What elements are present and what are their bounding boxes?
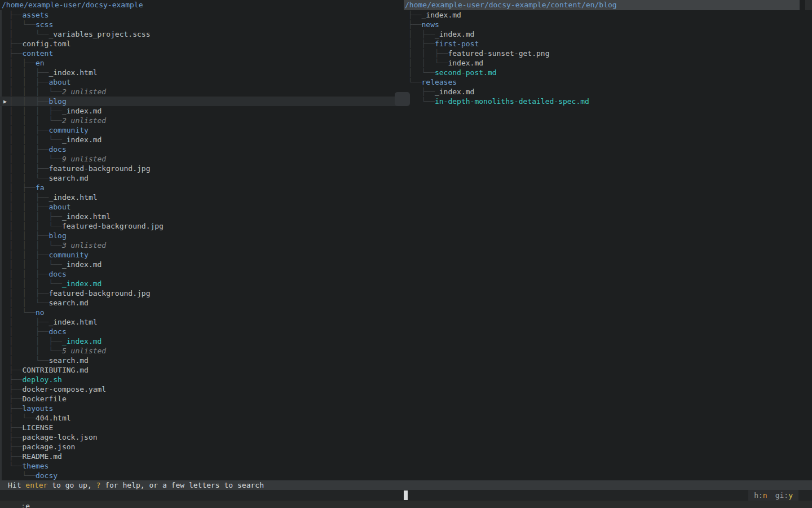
tree-row[interactable]: │ │ ├──_index.html — [0, 192, 404, 202]
tree-row[interactable]: ├──_index.md — [404, 10, 812, 20]
tree-row[interactable]: │ │ ├──featured-sunset-get.png — [404, 49, 812, 58]
entry-name: featured-background.jpg — [48, 164, 150, 173]
tree-row[interactable]: │ │ ├──blog — [0, 231, 404, 240]
tree-row[interactable]: │ ├──_index.html — [0, 317, 404, 327]
tree-row[interactable]: │ │ ├──about — [0, 202, 404, 212]
tree-row[interactable]: │ │ │ └──_index.md — [0, 279, 404, 288]
tree-row[interactable]: └──in-depth-monoliths-detailed-spec.md — [404, 97, 812, 106]
tree-row[interactable]: │ ├──_index.md — [404, 29, 812, 39]
entry-name: scss — [36, 20, 53, 29]
tree-branch-icon: ├── — [9, 11, 22, 19]
tree-row[interactable]: ├──README.md — [0, 452, 404, 461]
entry-name: LICENSE — [22, 423, 53, 432]
left-input[interactable]: :e — [17, 502, 30, 508]
entry-name: docs — [48, 327, 66, 336]
tree-row[interactable]: ▶│ │ ├──blog — [0, 97, 404, 106]
flag-label: gi: — [775, 491, 788, 500]
tree-row[interactable]: └──docsy — [0, 471, 404, 480]
tree-row[interactable]: │ │ ├──community — [0, 125, 404, 135]
left-panel-path[interactable]: /home/example-user/docsy-example — [0, 0, 404, 10]
tree-row[interactable]: │ │ │ └──2 unlisted — [0, 87, 404, 97]
tree-row[interactable]: ├──package-lock.json — [0, 432, 404, 442]
tree-branch-icon: ├── — [9, 49, 22, 58]
entry-name: 3 unlisted — [62, 241, 106, 249]
tree-branch-icon: │ │ ├── — [9, 289, 48, 297]
tree-row[interactable]: └──themes — [0, 461, 404, 471]
status-text: for help, or a few letters to search — [100, 481, 264, 489]
tree-branch-icon: └── — [408, 78, 421, 86]
tree-branch-icon: │ │ ├── — [9, 251, 48, 259]
tree-row[interactable]: │ ├──first-post — [404, 39, 812, 49]
tree-row[interactable]: │ │ │ └──9 unlisted — [0, 154, 404, 164]
tree-row[interactable]: │ │ │ └──3 unlisted — [0, 240, 404, 250]
entry-name: en — [36, 59, 45, 67]
tree-row[interactable]: ├──docker-compose.yaml — [0, 384, 404, 394]
tree-row[interactable]: ├──LICENSE — [0, 423, 404, 432]
tree-row[interactable]: │ │ │ └──_index.md — [0, 260, 404, 269]
tree-row[interactable]: │ ├──fa — [0, 183, 404, 192]
tree-branch-icon: ├── — [9, 433, 22, 441]
tree-row[interactable]: │ │ ├──_index.md — [0, 336, 404, 346]
tree-row[interactable]: │ │ │ ├──_index.html — [0, 212, 404, 221]
tree-row[interactable]: │ ├──en — [0, 58, 404, 68]
status-bar: Hit enter to go up, ? for help, or a few… — [0, 480, 812, 490]
tree-row[interactable]: │ │ ├──docs — [0, 144, 404, 154]
tree-branch-icon: │ │ ├── — [9, 145, 48, 154]
tree-branch-icon: ├── — [9, 375, 22, 384]
entry-name: search.md — [48, 356, 88, 365]
tree-row[interactable]: │ │ │ └──featured-background.jpg — [0, 221, 404, 231]
tree-branch-icon: │ │ └── — [9, 347, 62, 355]
tree-row[interactable]: │ └──404.html — [0, 413, 404, 423]
tree-row[interactable]: ├──Dockerfile — [0, 394, 404, 404]
entry-name: search.md — [48, 299, 88, 307]
panel-resize-handle-icon[interactable] — [395, 92, 410, 106]
tree-row[interactable]: │ │ │ ├──_index.md — [0, 106, 404, 116]
tree-row[interactable]: ├──config.toml — [0, 39, 404, 49]
tree-row[interactable]: ├──assets — [0, 10, 404, 20]
tree-branch-icon: │ └── — [9, 356, 48, 365]
tree-row[interactable]: │ │ └──5 unlisted — [0, 346, 404, 356]
tree-row[interactable]: │ └──scss — [0, 20, 404, 29]
tree-row[interactable]: │ │ ├──docs — [0, 269, 404, 279]
tree-row[interactable]: │ │ └──index.md — [404, 58, 812, 68]
tree-row[interactable]: │ │ │ └──_index.md — [0, 135, 404, 144]
tree-row[interactable]: │ │ │ └──2 unlisted — [0, 116, 404, 125]
tree-row[interactable]: │ └──second-post.md — [404, 68, 812, 77]
tree-row[interactable]: │ │ └──search.md — [0, 298, 404, 308]
tree-row[interactable]: │ │ ├──_index.html — [0, 68, 404, 77]
entry-name: README.md — [22, 452, 61, 461]
tree-row[interactable]: ├──CONTRIBUTING.md — [0, 365, 404, 375]
tree-row[interactable]: ├──deploy.sh — [0, 375, 404, 384]
tree-row[interactable]: │ ├──docs — [0, 327, 404, 336]
left-tree: ├──assets│ └──scss│ └──_variables_projec… — [0, 10, 404, 480]
tree-row[interactable]: │ └──no — [0, 308, 404, 317]
entry-name: news — [421, 20, 439, 29]
input-value: e — [25, 502, 30, 508]
entry-name: featured-background.jpg — [48, 289, 150, 297]
tree-branch-icon: ├── — [408, 20, 421, 29]
tree-row[interactable]: │ │ ├──featured-background.jpg — [0, 288, 404, 298]
tree-row[interactable]: │ │ ├──featured-background.jpg — [0, 164, 404, 173]
entry-name: content — [22, 49, 53, 58]
tree-row[interactable]: ├──package.json — [0, 442, 404, 452]
tree-branch-icon: │ │ │ └── — [9, 222, 62, 230]
tree-row[interactable]: ├──_index.md — [404, 87, 812, 97]
entry-name: _index.md — [62, 135, 102, 144]
tree-row[interactable]: ├──content — [0, 49, 404, 58]
right-panel-path[interactable]: /home/example-user/docsy-example/content… — [404, 0, 800, 10]
tree-row[interactable]: │ │ ├──about — [0, 77, 404, 87]
status-text: to go up, — [47, 481, 96, 489]
tree-row[interactable]: │ │ ├──community — [0, 250, 404, 260]
tree-row[interactable]: │ │ └──search.md — [0, 173, 404, 183]
tree-row[interactable]: │ └──_variables_project.scss — [0, 29, 404, 39]
tree-branch-icon: │ │ ├── — [9, 337, 62, 345]
tree-row[interactable]: ├──layouts — [0, 404, 404, 413]
tree-row[interactable]: ├──news — [404, 20, 812, 29]
entry-name: deploy.sh — [22, 375, 61, 384]
input-bar[interactable]: :e h:ngi:y — [0, 490, 812, 501]
tree-branch-icon: └── — [408, 97, 435, 106]
tree-branch-icon: │ ├── — [408, 40, 435, 48]
entry-name: _index.html — [62, 212, 111, 221]
tree-row[interactable]: └──releases — [404, 77, 812, 87]
tree-row[interactable]: │ └──search.md — [0, 356, 404, 365]
